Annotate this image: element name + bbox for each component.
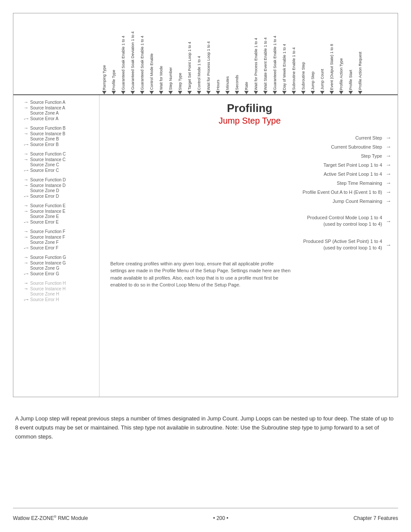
- header-arrow-27: [358, 91, 362, 94]
- source-arrow-F-0: →: [18, 229, 28, 234]
- source-label-C-1: Source Instance C: [30, 157, 65, 162]
- source-arrow-A-0: →: [18, 100, 28, 105]
- source-row-C-3: -→Source Error C: [18, 168, 97, 173]
- source-label-B-3: Source Error B: [30, 142, 59, 147]
- header-col-5: Control Mode Enable: [147, 13, 156, 94]
- source-label-B-2: Source Zone B: [30, 137, 59, 141]
- header-label-14: Seconds: [235, 73, 239, 90]
- source-row-F-0: →Source Function F: [18, 229, 97, 234]
- source-row-E-1: →Source Instance E: [18, 208, 97, 214]
- header-arrow-10: [197, 91, 201, 94]
- header-label-22: Jump Step: [311, 70, 315, 90]
- source-row-E-3: -→Source Error E: [18, 219, 97, 224]
- source-row-A-3: -→Source Error A: [18, 116, 97, 121]
- header-label-9: Target Set Point Loop 1 to 4: [187, 40, 192, 90]
- source-arrow-H-0: →: [18, 280, 28, 286]
- source-label-F-1: Source Instance F: [30, 235, 65, 240]
- source-label-E-0: Source Function E: [30, 203, 65, 208]
- source-row-H-2: Source Zone H: [18, 292, 97, 296]
- profiling-title: Profiling: [108, 102, 391, 115]
- source-arrow-G-3: -→: [18, 271, 28, 276]
- header-arrow-15: [244, 91, 249, 94]
- header-arrow-3: [131, 91, 135, 94]
- header-label-7: Step Number: [168, 65, 173, 90]
- source-row-B-3: -→Source Error B: [18, 142, 97, 147]
- output-label-9: Produced Control Mode Loop 1 to 4(used b…: [307, 215, 382, 228]
- header-label-5: Control Mode Enable: [149, 52, 154, 90]
- footer-right: Chapter 7 Features: [354, 515, 398, 521]
- source-row-B-0: →Source Function B: [18, 125, 97, 131]
- source-label-C-2: Source Zone C: [30, 162, 59, 167]
- header-label-15: Rate: [244, 80, 249, 90]
- source-label-F-0: Source Function F: [30, 229, 65, 234]
- source-row-G-3: -→Source Error G: [18, 271, 97, 276]
- header-col-25: Profile Action Type: [336, 13, 346, 94]
- source-arrow-E-0: →: [18, 203, 28, 208]
- source-row-D-1: →Source Instance D: [18, 183, 97, 188]
- source-group-E: →Source Function E→Source Instance ESour…: [18, 203, 97, 224]
- source-label-G-1: Source Instance G: [30, 261, 66, 265]
- header-label-17: Wait State Event Enable 1 to 4: [263, 36, 268, 90]
- output-label-4: Active Set Point Loop 1 to 4: [324, 171, 382, 177]
- source-label-E-2: Source Zone E: [30, 214, 59, 219]
- source-arrow-B-3: -→: [18, 142, 28, 147]
- source-row-F-1: →Source Instance F: [18, 234, 97, 240]
- source-group-A: →Source Function A→Source Instance ASour…: [18, 100, 97, 121]
- output-row-1: Current Subroutine Step→: [108, 143, 391, 150]
- source-arrow-D-0: →: [18, 177, 28, 182]
- header-arrow-26: [349, 91, 353, 94]
- output-arrow-6: →: [386, 189, 391, 195]
- header-arrow-4: [140, 91, 144, 94]
- source-label-G-2: Source Zone G: [30, 266, 59, 271]
- header-label-12: Hours: [216, 78, 220, 90]
- source-row-D-2: Source Zone D: [18, 188, 97, 193]
- header-col-20: Subroutine Enable 1 to 4: [289, 13, 299, 94]
- output-label-3: Target Set Point Loop 1 to 4: [324, 162, 382, 168]
- header-arrow-8: [178, 91, 182, 94]
- source-label-B-0: Source Function B: [30, 126, 65, 131]
- source-row-F-3: -→Source Error F: [18, 245, 97, 250]
- header-col-0: Ramping Type: [100, 13, 109, 94]
- source-label-H-2: Source Zone H: [30, 292, 59, 296]
- header-col-22: Jump Step: [308, 13, 318, 94]
- source-row-C-0: →Source Function C: [18, 151, 97, 156]
- main-area: →Source Function A→Source Instance ASour…: [13, 95, 398, 397]
- source-group-H: →Source Function H→Source Instance HSour…: [18, 280, 97, 302]
- source-label-G-3: Source Error G: [30, 271, 59, 276]
- output-label-1: Current Subroutine Step: [331, 144, 382, 149]
- source-label-D-1: Source Instance D: [30, 183, 65, 188]
- source-row-G-1: →Source Instance G: [18, 260, 97, 265]
- source-group-D: →Source Function D→Source Instance DSour…: [18, 177, 97, 199]
- header-col-14: Seconds: [232, 13, 242, 94]
- header-label-23: Jump Count: [320, 67, 324, 90]
- output-row-2: Step Type→: [108, 152, 391, 159]
- header-arrow-22: [311, 91, 315, 94]
- header-label-11: Wait for Process Loop 1 to 4: [206, 40, 211, 90]
- header-arrow-20: [292, 91, 296, 94]
- header-col-19: Day of Week Enable 1 to 4: [280, 13, 289, 94]
- header-col-7: Step Number: [166, 13, 175, 94]
- source-row-H-3: -→Source Error H: [18, 297, 97, 302]
- header-col-2: Guaranteed Soak Enable 1 to 4: [118, 13, 128, 94]
- output-label-5: Step Time Remaining: [337, 180, 382, 186]
- left-panel: →Source Function A→Source Instance ASour…: [13, 95, 100, 397]
- header-col-17: Wait State Event Enable 1 to 4: [261, 13, 270, 94]
- source-row-F-2: Source Zone F: [18, 240, 97, 245]
- source-row-C-1: →Source Instance C: [18, 157, 97, 162]
- output-label-0: Current Step: [355, 135, 382, 140]
- spacer-10: [108, 230, 391, 236]
- source-arrow-H-3: -→: [18, 297, 28, 302]
- footer-center: • 200 •: [213, 515, 228, 521]
- header-label-20: Subroutine Enable 1 to 4: [292, 46, 296, 90]
- top-headers: Ramping TypeProfile TypeGuaranteed Soak …: [13, 13, 398, 95]
- source-label-C-3: Source Error C: [30, 168, 59, 173]
- source-label-A-3: Source Error A: [30, 116, 59, 121]
- output-arrow-4: →: [386, 171, 391, 177]
- header-arrow-25: [339, 91, 343, 94]
- header-label-27: Profile Action Request: [358, 50, 362, 90]
- description-section: A Jump Loop step will repeat previous st…: [13, 410, 398, 445]
- header-col-6: Wait for Mode: [156, 13, 166, 94]
- header-label-16: Wait for Process Enable 1 to 4: [254, 36, 258, 90]
- header-col-1: Profile Type: [109, 13, 118, 94]
- source-arrow-H-1: →: [18, 286, 28, 291]
